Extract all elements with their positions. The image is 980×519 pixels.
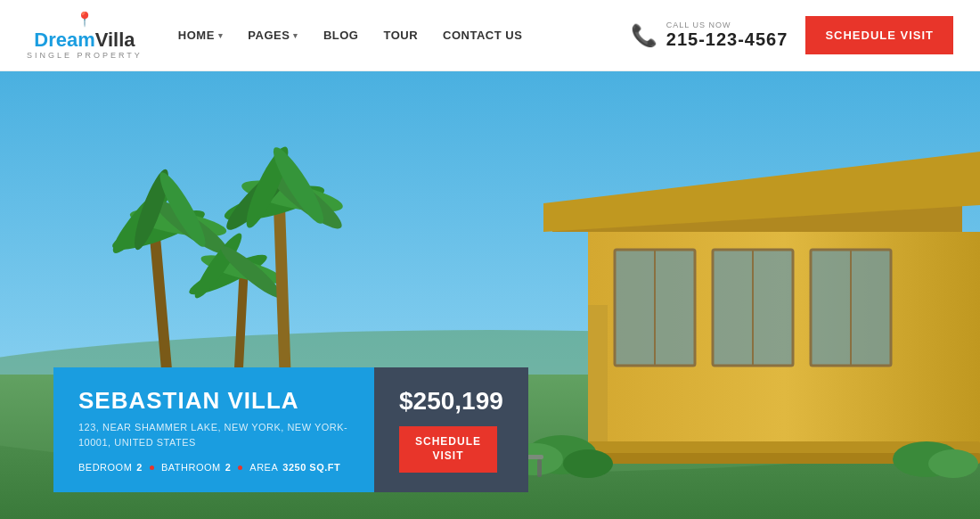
logo-sub: SINGLE PROPERTY — [27, 51, 143, 60]
schedule-visit-hero-button[interactable]: SCHEDULEVISIT — [399, 426, 497, 472]
property-price: $250,199 — [399, 387, 503, 416]
bathroom-stat: BATHROOM 2 — [161, 462, 231, 473]
phone-text: CALL US NOW 215-123-4567 — [666, 21, 788, 50]
bathroom-label: BATHROOM — [161, 462, 221, 473]
info-overlay: SEBASTIAN VILLA 123, NEAR SHAMMER LAKE, … — [53, 367, 528, 492]
hero-section: SEBASTIAN VILLA 123, NEAR SHAMMER LAKE, … — [0, 71, 980, 519]
bathroom-value: 2 — [225, 462, 232, 473]
nav-right: 📞 CALL US NOW 215-123-4567 SCHEDULE VISI… — [631, 16, 953, 54]
info-right-panel: $250,199 SCHEDULEVISIT — [374, 367, 528, 492]
nav-item-tour[interactable]: TOUR — [383, 29, 418, 42]
property-name: SEBASTIAN VILLA — [78, 387, 349, 415]
svg-point-42 — [563, 449, 613, 478]
property-stats: BEDROOM 2 BATHROOM 2 AREA 3250 SQ.FT — [78, 462, 349, 473]
bedroom-label: BEDROOM — [78, 462, 132, 473]
nav-item-home[interactable]: HOME ▾ — [178, 29, 224, 42]
logo[interactable]: 📍 DreamVilla SINGLE PROPERTY — [27, 11, 143, 60]
chevron-down-icon: ▾ — [293, 31, 298, 40]
area-stat: AREA 3250 SQ.FT — [249, 462, 340, 473]
svg-point-44 — [928, 449, 978, 478]
call-us-now-label: CALL US NOW — [666, 21, 788, 29]
svg-rect-37 — [588, 305, 608, 448]
bedroom-stat: BEDROOM 2 — [78, 462, 143, 473]
phone-icon: 📞 — [631, 23, 657, 48]
logo-pin-icon: 📍 — [76, 11, 94, 28]
area-value: 3250 SQ.FT — [282, 462, 340, 473]
info-left-panel: SEBASTIAN VILLA 123, NEAR SHAMMER LAKE, … — [53, 367, 374, 492]
chevron-down-icon: ▾ — [218, 31, 224, 40]
nav-links: HOME ▾ PAGES ▾ BLOG TOUR CONTACT US — [178, 29, 631, 42]
nav-item-pages[interactable]: PAGES ▾ — [248, 29, 298, 42]
stat-dot-2 — [238, 465, 242, 470]
logo-text: DreamVilla — [34, 29, 135, 51]
bedroom-value: 2 — [136, 462, 143, 473]
schedule-visit-header-button[interactable]: SCHEDULE VISIT — [805, 16, 953, 54]
phone-area: 📞 CALL US NOW 215-123-4567 — [631, 21, 788, 50]
property-address: 123, NEAR SHAMMER LAKE, NEW YORK, NEW YO… — [78, 420, 349, 449]
nav-item-blog[interactable]: BLOG — [323, 29, 359, 42]
svg-rect-47 — [537, 459, 542, 477]
phone-number: 215-123-4567 — [666, 29, 788, 50]
stat-dot-1 — [150, 465, 154, 470]
nav-item-contact[interactable]: CONTACT US — [443, 29, 522, 42]
navbar: 📍 DreamVilla SINGLE PROPERTY HOME ▾ PAGE… — [0, 0, 980, 71]
area-label: AREA — [249, 462, 278, 473]
